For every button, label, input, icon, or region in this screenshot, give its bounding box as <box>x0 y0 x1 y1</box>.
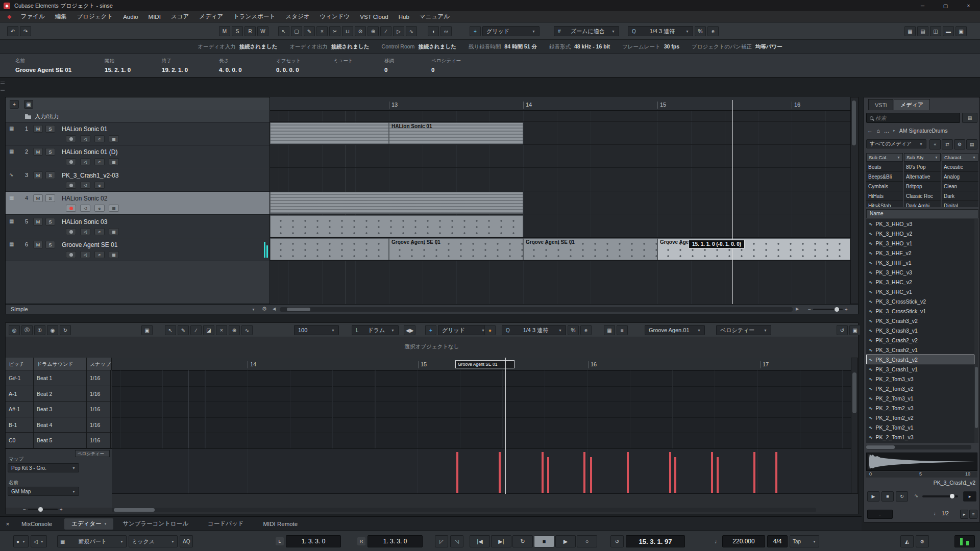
drum-sound-row[interactable]: G#-1 Beat 1 1/16 <box>6 370 112 386</box>
menu-item[interactable]: 編集 <box>50 13 72 20</box>
track-visibility-button[interactable]: ▣ <box>24 100 33 109</box>
automation-button[interactable]: M <box>219 26 230 36</box>
zoom-slider-knob[interactable] <box>835 307 839 312</box>
track-name[interactable]: PK_3_Crash1_v2-03 <box>62 172 118 179</box>
monitor-button[interactable]: ◁ <box>80 251 90 258</box>
filter-value[interactable]: HiHats <box>866 191 903 201</box>
arrange-area[interactable]: HALion Sonic 01 Groove Agent SE 01 Groov… <box>270 111 850 304</box>
lower-zone-tab[interactable]: MIDI Remote <box>256 518 308 530</box>
tool-button[interactable]: ✎ <box>178 325 189 335</box>
transport-settings-gear-icon[interactable]: ⚙ <box>916 535 929 547</box>
zoom-slider[interactable] <box>813 309 843 310</box>
media-toolbar-button[interactable]: ⇄ <box>942 139 953 149</box>
menu-item[interactable]: スタジオ <box>280 13 314 20</box>
mix-dropdown[interactable]: ミックス ▼ <box>129 535 178 547</box>
go-to-previous-marker-button[interactable]: |◀ <box>470 535 490 547</box>
zoom-out-icon[interactable]: − <box>23 507 26 512</box>
media-list-item[interactable]: ∿ PK_2_Tom3_v3 <box>866 374 974 384</box>
info-field[interactable]: ベロシティー 0 <box>431 54 485 77</box>
preview-beat-value[interactable]: 1/2 <box>942 511 949 516</box>
media-list-item[interactable]: ∿ PK_3_HHO_v1 <box>866 238 974 248</box>
filter-value[interactable]: Dark <box>942 191 978 201</box>
media-list-horizontal-scrollbar[interactable] <box>866 445 971 449</box>
pitch-column-header[interactable]: ピッチ <box>6 358 34 370</box>
breadcrumb-folder[interactable]: AM SignatureDrums <box>899 128 948 134</box>
controller-lane-dropdown[interactable]: ベロシティー ▼ <box>716 325 771 335</box>
media-list-scrollbar[interactable] <box>974 219 978 443</box>
filter-value[interactable]: Cymbals <box>866 182 903 191</box>
edit-channel-button[interactable]: e <box>94 135 105 142</box>
volume-knob[interactable] <box>950 494 954 498</box>
zoom-in-icon[interactable]: + <box>845 307 848 312</box>
editor-option-button[interactable]: ① <box>34 325 45 335</box>
project-playhead[interactable] <box>732 100 733 304</box>
media-scope-dropdown[interactable]: すべてのメディア ▼ <box>866 139 926 148</box>
left-locator-display[interactable]: 1. 3. 3. 0 <box>286 535 341 547</box>
editor-option-button[interactable]: ↻ <box>60 325 71 335</box>
velocity-lane[interactable] <box>112 448 851 494</box>
right-zone-tab[interactable]: VSTi <box>868 99 893 110</box>
search-input[interactable] <box>875 115 960 121</box>
monitor-button[interactable]: ◁ <box>80 205 90 212</box>
track-row[interactable]: ▦ 4 M S HALion Sonic 02 ◁ e ▦ <box>6 192 270 215</box>
lower-zone-tab[interactable]: コードパッド <box>201 518 254 530</box>
grid-mode-dropdown[interactable]: # ズームに適合 ▼ <box>554 26 619 36</box>
zoom-slider-knob[interactable] <box>38 507 43 512</box>
filter-value[interactable]: Britpop <box>904 182 941 191</box>
ellipsis-icon[interactable]: … <box>884 128 890 134</box>
filter-value[interactable]: Beats <box>866 162 903 172</box>
toolbar-extra-button[interactable]: ◖ <box>428 26 439 36</box>
track-mute-button[interactable]: M <box>33 148 43 156</box>
track-solo-button[interactable]: S <box>45 125 55 133</box>
position-display[interactable]: 15. 3. 1. 97 <box>626 535 685 547</box>
monitor-mode-dropdown[interactable]: ◁ ▼ <box>31 535 47 547</box>
quantize-panel-button[interactable]: e <box>580 325 592 335</box>
editor-ruler[interactable]: 14 15 16 17 Groove Agent SE 01 <box>112 358 851 370</box>
track-row[interactable]: ▦ 5 M S HALion Sonic 03 ◁ e ▦ <box>6 215 270 238</box>
tap-tempo-button[interactable]: Tap ▼ <box>790 535 819 547</box>
nudge-dropdown[interactable]: 100 ▼ <box>294 325 339 335</box>
scrollbar-thumb[interactable] <box>114 508 155 512</box>
quantize-dropdown[interactable]: Q 1/4 3 連符 ▼ <box>628 26 693 36</box>
window-zone-button[interactable]: ▬ <box>943 26 954 36</box>
editor-vertical-scrollbar[interactable] <box>851 358 858 494</box>
quantize-dropdown[interactable]: Q 1/4 3 連符 ▼ <box>502 325 566 335</box>
edit-channel-button[interactable]: e <box>94 205 105 212</box>
media-list-item[interactable]: ∿ PK_3_HHC_v1 <box>866 287 974 296</box>
lower-zone-tab[interactable]: エディター ▾ <box>64 518 113 530</box>
lower-zone-tab[interactable]: MixConsole <box>14 518 62 530</box>
window-zone-button[interactable]: ▤ <box>917 26 928 36</box>
punch-in-button[interactable]: ◸ <box>435 535 448 547</box>
scrollbar-thumb[interactable] <box>287 308 310 311</box>
right-locator-display[interactable]: 1. 3. 3. 0 <box>368 535 423 547</box>
tool-button[interactable]: ◪ <box>203 325 214 335</box>
filter-value[interactable]: Analog <box>942 172 978 182</box>
media-list-item[interactable]: ∿ PK_3_HHO_v3 <box>866 219 974 229</box>
redo-button[interactable]: ↷ <box>20 26 31 36</box>
monitor-button[interactable]: ◁ <box>80 182 90 189</box>
tool-button[interactable]: × <box>216 325 227 335</box>
audio-quantize-button[interactable]: AQ <box>180 535 193 547</box>
maximize-button[interactable]: ▢ <box>934 0 957 11</box>
velocity-bar[interactable] <box>627 452 629 493</box>
filter-value[interactable]: Classic Roc <box>904 191 941 201</box>
filter-value[interactable]: Hits&Stab <box>866 201 903 207</box>
tool-button[interactable]: ⊔ <box>342 26 353 36</box>
status-item[interactable]: Control Room 接続されました <box>382 43 457 51</box>
window-zone-button[interactable]: ◫ <box>930 26 941 36</box>
media-list-item[interactable]: ∿ PK_2_Tom3_v1 <box>866 393 974 403</box>
menu-item[interactable]: VST Cloud <box>355 14 393 20</box>
preview-option-button[interactable]: ▸ <box>960 510 968 519</box>
media-list-item[interactable]: ∿ PK_3_Crash1_v1 <box>866 364 974 374</box>
track-mute-button[interactable]: M <box>33 241 43 248</box>
record-enable-button[interactable] <box>66 251 76 258</box>
menu-item[interactable]: プロジェクト <box>72 13 118 20</box>
filter-value[interactable]: Dark Ambi <box>904 201 941 207</box>
instrument-button[interactable]: ▦ <box>109 228 119 235</box>
grid-type-dropdown[interactable]: グリッド ▼ <box>438 325 489 335</box>
menu-item[interactable]: スコア <box>166 13 194 20</box>
track-row[interactable]: ∿ 3 M S PK_3_Crash1_v2-03 ◁ e ▦ <box>6 169 270 192</box>
record-button[interactable]: ○ <box>577 535 597 547</box>
track-solo-button[interactable]: S <box>45 171 55 179</box>
arrange-ruler[interactable]: 13 14 15 16 <box>270 97 850 111</box>
